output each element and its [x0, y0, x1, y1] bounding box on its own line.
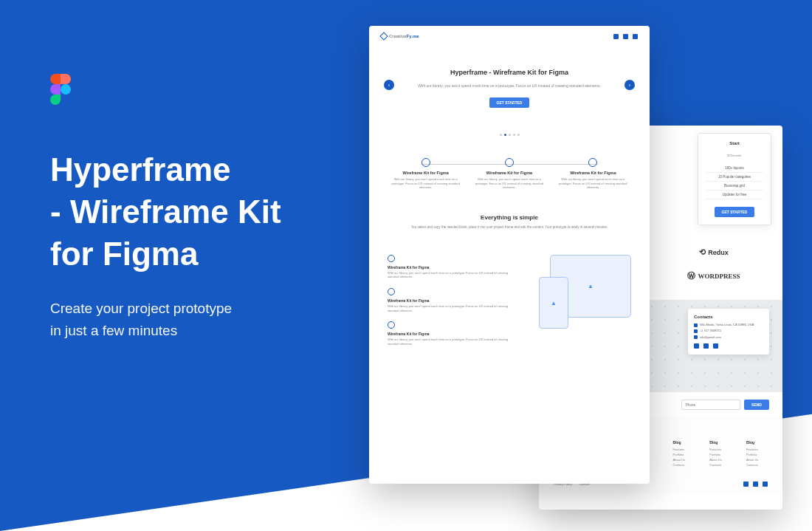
feature-item: Wireframe Kit for FigmaWith our library,… [388, 158, 464, 190]
brand-redux: ⟲Redux [667, 247, 760, 257]
instagram-icon[interactable] [623, 34, 628, 39]
footer-link[interactable]: Portfolio [673, 453, 685, 456]
footer-col-title: Blog [709, 440, 721, 445]
facebook-icon[interactable] [613, 34, 619, 39]
feature-icon [588, 158, 597, 167]
footer-column: BlogFeaturesPortfolioAbout UsContacts [709, 440, 721, 468]
device-mockups: ▲ ▲ [528, 255, 631, 329]
footer-link[interactable]: About Us [746, 458, 758, 462]
mockups-container: CreativeFy.me ‹ › Hyperframe - Wireframe… [369, 26, 782, 510]
social-links [613, 34, 638, 39]
phone-mockup: ▲ [539, 277, 568, 329]
contact-address: Villa Media, Yorba Linda, CA 92886, USA [694, 323, 763, 327]
list-item: Wireframe Kit for FigmaWith our library,… [388, 321, 517, 346]
footer-socials [743, 482, 768, 487]
feature-icon [422, 158, 430, 167]
twitter-icon[interactable] [763, 482, 768, 487]
feature-item: Wireframe Kit for FigmaWith our library,… [555, 158, 631, 190]
brand-wordpress: ⓌWORDPRESS [667, 270, 760, 281]
get-started-button[interactable]: GET STARTED [489, 97, 530, 108]
feature-icon [505, 158, 514, 167]
footer-col-title: Blog [746, 440, 758, 445]
svg-point-0 [61, 84, 71, 95]
footer-link[interactable]: Contacts [709, 463, 721, 467]
footer-link[interactable]: Contacts [673, 463, 685, 467]
logo-icon [379, 32, 388, 40]
footer-column: BlogFeaturesPortfolioAbout UsContacts [673, 440, 685, 468]
footer-link[interactable]: About Us [673, 458, 685, 462]
image-placeholder-icon: ▲ [551, 299, 557, 306]
pricing-card: Start $75/month 100+ layouts 15 Popular … [698, 133, 771, 225]
dot[interactable] [509, 134, 511, 136]
hero-desc: With our library, you won't spend much t… [413, 83, 605, 89]
plan-name: Start [706, 141, 763, 145]
footer-link[interactable]: Portfolio [746, 453, 758, 456]
mail-icon [694, 335, 698, 339]
hero-title: Hyperframe - Wireframe Kit for Figma [413, 69, 605, 78]
item-icon [388, 288, 395, 295]
footer-link[interactable]: Portfolio [709, 453, 721, 456]
device-list: Wireframe Kit for FigmaWith our library,… [388, 255, 517, 355]
twitter-icon[interactable] [713, 343, 718, 349]
mockup-header: CreativeFy.me [369, 26, 650, 47]
item-icon [388, 321, 395, 329]
twitter-icon[interactable] [633, 34, 638, 39]
footer-link[interactable]: Features [746, 448, 758, 451]
item-icon [388, 255, 395, 262]
hero-section: ‹ › Hyperframe - Wireframe Kit for Figma… [369, 47, 650, 123]
instagram-icon[interactable] [753, 482, 758, 487]
footer-link[interactable]: Contacts [746, 463, 758, 467]
instagram-icon[interactable] [703, 343, 709, 349]
mockup-front: CreativeFy.me ‹ › Hyperframe - Wireframe… [369, 26, 650, 484]
footer-link[interactable]: About Us [709, 458, 721, 462]
simple-section: Everything is simple You select and copy… [369, 201, 650, 244]
logo[interactable]: CreativeFy.me [381, 33, 419, 39]
image-placeholder-icon: ▲ [588, 283, 593, 290]
contact-title: Contacts [694, 315, 763, 319]
carousel-dots [369, 123, 650, 147]
section-title: Everything is simple [391, 214, 627, 221]
plan-price: $75/month [706, 149, 763, 158]
pin-icon [694, 323, 698, 327]
footer-column: BlogFeaturesPortfolioAbout UsContacts [746, 440, 758, 468]
main-subtitle: Create your project prototypein just a f… [50, 298, 360, 343]
dot-active[interactable] [504, 134, 506, 136]
contact-phone: +1 917 3508715 [694, 329, 763, 333]
footer-link[interactable]: Features [673, 448, 685, 451]
phone-icon [694, 329, 698, 333]
plan-cta-button[interactable]: GET STARTED [715, 207, 755, 217]
contact-socials [694, 343, 763, 349]
phone-input[interactable] [681, 400, 740, 410]
list-item: Wireframe Kit for FigmaWith our library,… [388, 255, 517, 279]
carousel-next-button[interactable]: › [625, 80, 635, 90]
hero-left: Hyperframe- Wireframe Kitfor Figma Creat… [50, 74, 360, 342]
carousel-prev-button[interactable]: ‹ [384, 80, 394, 90]
contact-email: info@gmail.com [694, 335, 763, 340]
dot[interactable] [513, 134, 515, 136]
footer-link[interactable]: Features [709, 448, 721, 451]
figma-icon [50, 74, 71, 105]
dot[interactable] [500, 134, 502, 136]
facebook-icon[interactable] [694, 343, 699, 349]
list-item: Wireframe Kit for FigmaWith our library,… [388, 288, 517, 312]
footer-col-title: Blog [673, 440, 685, 445]
main-title: Hyperframe- Wireframe Kitfor Figma [50, 148, 360, 275]
send-button[interactable]: SEND [744, 400, 769, 410]
dot[interactable] [517, 134, 520, 136]
plan-features: 100+ layouts 15 Popular categories Boots… [706, 164, 763, 199]
facebook-icon[interactable] [743, 482, 749, 487]
features-row: Wireframe Kit for FigmaWith our library,… [369, 147, 650, 201]
feature-item: Wireframe Kit for FigmaWith our library,… [471, 158, 547, 190]
devices-section: Wireframe Kit for FigmaWith our library,… [369, 244, 650, 366]
section-desc: You select and copy the needed block, pl… [391, 225, 627, 230]
contact-card: Contacts Villa Media, Yorba Linda, CA 92… [688, 309, 769, 354]
